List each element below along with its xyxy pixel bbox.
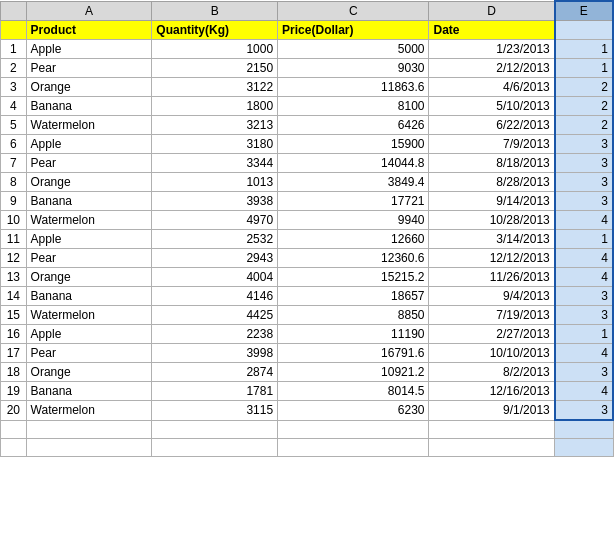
cell-quantity[interactable]: 3180	[152, 135, 278, 154]
cell-date[interactable]: 4/6/2013	[429, 78, 555, 97]
cell-date[interactable]: 2/27/2013	[429, 325, 555, 344]
cell-price[interactable]: 6426	[278, 116, 429, 135]
cell-product[interactable]: Banana	[26, 382, 152, 401]
cell-quantity[interactable]: 4004	[152, 268, 278, 287]
cell-quantity[interactable]: 3122	[152, 78, 278, 97]
cell-price[interactable]: 11190	[278, 325, 429, 344]
cell-product[interactable]: Banana	[26, 287, 152, 306]
col-header-c[interactable]: C	[278, 1, 429, 21]
cell-product[interactable]: Pear	[26, 154, 152, 173]
cell-quarter[interactable]: 1	[555, 230, 613, 249]
cell-quarter[interactable]: 3	[555, 363, 613, 382]
cell-quarter[interactable]: 2	[555, 97, 613, 116]
cell-quantity[interactable]: 2150	[152, 59, 278, 78]
cell-date[interactable]: 12/12/2013	[429, 249, 555, 268]
cell-product[interactable]: Pear	[26, 249, 152, 268]
cell-quarter[interactable]: 2	[555, 78, 613, 97]
cell-quarter[interactable]: 3	[555, 154, 613, 173]
cell-product[interactable]: Apple	[26, 135, 152, 154]
cell-product[interactable]: Watermelon	[26, 401, 152, 421]
cell-date[interactable]: 10/10/2013	[429, 344, 555, 363]
cell-quarter[interactable]: 4	[555, 249, 613, 268]
cell-date[interactable]: 8/28/2013	[429, 173, 555, 192]
cell-quarter[interactable]: 3	[555, 192, 613, 211]
cell-price[interactable]: 11863.6	[278, 78, 429, 97]
cell-price[interactable]: 18657	[278, 287, 429, 306]
cell-date[interactable]: 6/22/2013	[429, 116, 555, 135]
cell-quantity[interactable]: 4970	[152, 211, 278, 230]
cell-quantity[interactable]: 1013	[152, 173, 278, 192]
cell-date[interactable]: 1/23/2013	[429, 40, 555, 59]
cell-price[interactable]: 9940	[278, 211, 429, 230]
cell-quantity[interactable]: 1800	[152, 97, 278, 116]
cell-quarter[interactable]: 3	[555, 287, 613, 306]
cell-price[interactable]: 10921.2	[278, 363, 429, 382]
cell-quarter[interactable]: 3	[555, 173, 613, 192]
col-header-e[interactable]: E	[555, 1, 613, 21]
cell-date[interactable]: 12/16/2013	[429, 382, 555, 401]
cell-price[interactable]: 12660	[278, 230, 429, 249]
cell-product[interactable]: Pear	[26, 59, 152, 78]
cell-product[interactable]: Banana	[26, 192, 152, 211]
cell-quarter[interactable]: 2	[555, 116, 613, 135]
cell-date[interactable]: 11/26/2013	[429, 268, 555, 287]
col-header-b[interactable]: B	[152, 1, 278, 21]
cell-quantity[interactable]: 3344	[152, 154, 278, 173]
cell-quantity[interactable]: 2943	[152, 249, 278, 268]
cell-quantity[interactable]: 3115	[152, 401, 278, 421]
cell-price[interactable]: 3849.4	[278, 173, 429, 192]
cell-product[interactable]: Apple	[26, 40, 152, 59]
cell-price[interactable]: 8100	[278, 97, 429, 116]
cell-date[interactable]: 10/28/2013	[429, 211, 555, 230]
cell-price[interactable]: 6230	[278, 401, 429, 421]
cell-price[interactable]: 14044.8	[278, 154, 429, 173]
cell-price[interactable]: 8014.5	[278, 382, 429, 401]
cell-price[interactable]: 17721	[278, 192, 429, 211]
cell-quantity[interactable]: 1000	[152, 40, 278, 59]
cell-price[interactable]: 16791.6	[278, 344, 429, 363]
cell-quarter[interactable]: 4	[555, 382, 613, 401]
cell-price[interactable]: 15900	[278, 135, 429, 154]
cell-product[interactable]: Watermelon	[26, 306, 152, 325]
cell-product[interactable]: Orange	[26, 173, 152, 192]
cell-quantity[interactable]: 3213	[152, 116, 278, 135]
cell-quantity[interactable]: 2238	[152, 325, 278, 344]
cell-quarter[interactable]: 4	[555, 344, 613, 363]
cell-quarter[interactable]: 1	[555, 325, 613, 344]
cell-quarter[interactable]: 4	[555, 211, 613, 230]
cell-price[interactable]: 9030	[278, 59, 429, 78]
cell-product[interactable]: Orange	[26, 268, 152, 287]
cell-quarter[interactable]: 4	[555, 268, 613, 287]
cell-product[interactable]: Orange	[26, 363, 152, 382]
cell-product[interactable]: Pear	[26, 344, 152, 363]
cell-quantity[interactable]: 2532	[152, 230, 278, 249]
cell-date[interactable]: 9/1/2013	[429, 401, 555, 421]
col-header-a[interactable]: A	[26, 1, 152, 21]
cell-quarter[interactable]: 3	[555, 401, 613, 421]
cell-date[interactable]: 8/2/2013	[429, 363, 555, 382]
cell-product[interactable]: Watermelon	[26, 211, 152, 230]
cell-quarter[interactable]: 3	[555, 135, 613, 154]
cell-quantity[interactable]: 2874	[152, 363, 278, 382]
cell-quarter[interactable]: 1	[555, 59, 613, 78]
col-header-d[interactable]: D	[429, 1, 555, 21]
cell-quarter[interactable]: 1	[555, 40, 613, 59]
cell-product[interactable]: Watermelon	[26, 116, 152, 135]
cell-quantity[interactable]: 1781	[152, 382, 278, 401]
cell-date[interactable]: 7/19/2013	[429, 306, 555, 325]
cell-date[interactable]: 9/4/2013	[429, 287, 555, 306]
cell-date[interactable]: 7/9/2013	[429, 135, 555, 154]
cell-quarter[interactable]: 3	[555, 306, 613, 325]
cell-date[interactable]: 3/14/2013	[429, 230, 555, 249]
cell-product[interactable]: Apple	[26, 230, 152, 249]
cell-product[interactable]: Banana	[26, 97, 152, 116]
cell-date[interactable]: 8/18/2013	[429, 154, 555, 173]
cell-price[interactable]: 5000	[278, 40, 429, 59]
cell-quantity[interactable]: 4146	[152, 287, 278, 306]
cell-price[interactable]: 12360.6	[278, 249, 429, 268]
cell-quantity[interactable]: 3938	[152, 192, 278, 211]
cell-product[interactable]: Apple	[26, 325, 152, 344]
cell-quantity[interactable]: 4425	[152, 306, 278, 325]
cell-price[interactable]: 8850	[278, 306, 429, 325]
cell-quantity[interactable]: 3998	[152, 344, 278, 363]
